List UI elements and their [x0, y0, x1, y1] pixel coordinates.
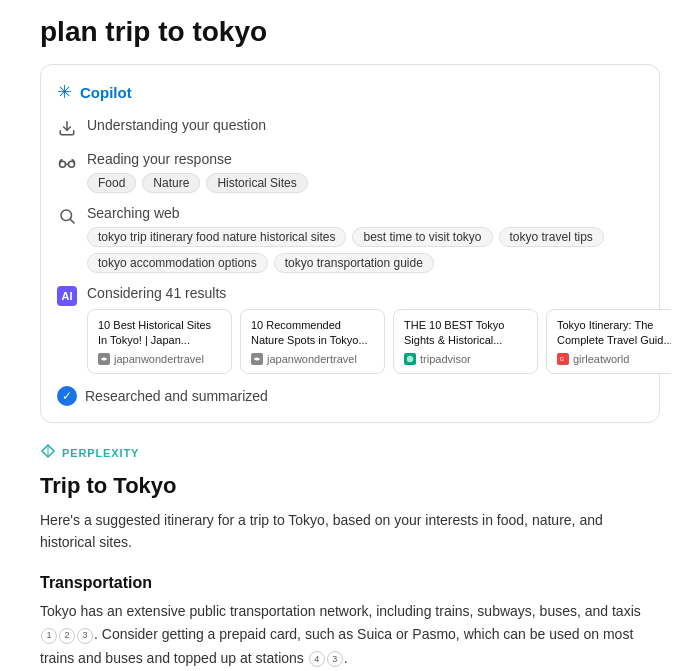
step-reading: Reading your response Food Nature Histor…	[57, 151, 643, 193]
tag-food: Food	[87, 173, 136, 193]
reading-tags: Food Nature Historical Sites	[87, 173, 643, 193]
source-favicon-0	[98, 353, 110, 365]
step-reading-label: Reading your response	[87, 151, 643, 167]
researched-row: ✓ Researched and summarized	[57, 386, 643, 406]
source-card-0[interactable]: 10 Best Historical Sites In Tokyo! | Jap…	[87, 309, 232, 374]
citation-3: 3	[77, 628, 93, 644]
considering-label: Considering 41 results	[87, 285, 671, 301]
source-title-0: 10 Best Historical Sites In Tokyo! | Jap…	[98, 318, 221, 349]
transport-text-1: Tokyo has an extensive public transporta…	[40, 603, 641, 619]
step-understanding-content: Understanding your question	[87, 117, 643, 139]
trip-title: Trip to Tokyo	[40, 473, 660, 499]
check-icon: ✓	[57, 386, 77, 406]
source-domain-1: japanwondertravel	[267, 353, 357, 365]
step-reading-content: Reading your response Food Nature Histor…	[87, 151, 643, 193]
source-card-1[interactable]: 10 Recommended Nature Spots in Tokyo... …	[240, 309, 385, 374]
source-favicon-1	[251, 353, 263, 365]
page-title: plan trip to tokyo	[40, 16, 660, 48]
tag-historical: Historical Sites	[206, 173, 307, 193]
source-title-3: Tokyo Itinerary: The Complete Travel Gui…	[557, 318, 671, 349]
source-domain-row-3: G girleatworld	[557, 353, 671, 365]
researched-text: Researched and summarized	[85, 388, 268, 404]
query-4: tokyo transportation guide	[274, 253, 434, 273]
transportation-section: Transportation Tokyo has an extensive pu…	[40, 574, 660, 671]
citation-1: 1	[41, 628, 57, 644]
transportation-text: Tokyo has an extensive public transporta…	[40, 600, 660, 671]
query-1: best time to visit tokyo	[352, 227, 492, 247]
step-considering-content: Considering 41 results 10 Best Historica…	[87, 285, 671, 374]
copilot-label: Copilot	[80, 84, 132, 101]
step-understanding: Understanding your question	[57, 117, 643, 139]
source-favicon-2	[404, 353, 416, 365]
source-title-2: THE 10 BEST Tokyo Sights & Historical...	[404, 318, 527, 349]
intro-text: Here's a suggested itinerary for a trip …	[40, 509, 660, 554]
svg-line-5	[70, 219, 74, 223]
step-searching-label: Searching web	[87, 205, 643, 221]
copilot-icon: ✳	[57, 81, 72, 103]
step-searching-content: Searching web tokyo trip itinerary food …	[87, 205, 643, 273]
sources-row: 10 Best Historical Sites In Tokyo! | Jap…	[87, 309, 671, 374]
source-domain-row-2: tripadvisor	[404, 353, 527, 365]
source-card-3[interactable]: Tokyo Itinerary: The Complete Travel Gui…	[546, 309, 671, 374]
source-domain-row-1: japanwondertravel	[251, 353, 374, 365]
step-searching: Searching web tokyo trip itinerary food …	[57, 205, 643, 273]
source-card-2[interactable]: THE 10 BEST Tokyo Sights & Historical...…	[393, 309, 538, 374]
query-0: tokyo trip itinerary food nature histori…	[87, 227, 346, 247]
perplexity-section: PERPLEXITY Trip to Tokyo Here's a sugges…	[40, 443, 660, 671]
search-icon	[57, 206, 77, 226]
source-domain-3: girleatworld	[573, 353, 629, 365]
citation-2: 2	[59, 628, 75, 644]
perplexity-icon	[40, 443, 56, 463]
transportation-title: Transportation	[40, 574, 660, 592]
tag-nature: Nature	[142, 173, 200, 193]
svg-point-4	[61, 210, 72, 221]
source-favicon-3: G	[557, 353, 569, 365]
citation-3b: 3	[327, 651, 343, 667]
svg-text:G: G	[560, 356, 564, 362]
source-domain-row-0: japanwondertravel	[98, 353, 221, 365]
transport-text-3: .	[344, 650, 348, 666]
query-2: tokyo travel tips	[499, 227, 604, 247]
ai-icon: AI	[57, 286, 77, 306]
step-considering: AI Considering 41 results 10 Best Histor…	[57, 285, 643, 374]
step-understanding-label: Understanding your question	[87, 117, 643, 133]
source-domain-0: japanwondertravel	[114, 353, 204, 365]
svg-point-6	[407, 356, 413, 362]
download-icon	[57, 118, 77, 138]
search-queries: tokyo trip itinerary food nature histori…	[87, 227, 643, 273]
perplexity-brand: PERPLEXITY	[40, 443, 660, 463]
copilot-header: ✳ Copilot	[57, 81, 643, 103]
source-title-1: 10 Recommended Nature Spots in Tokyo...	[251, 318, 374, 349]
copilot-card: ✳ Copilot Understanding your question	[40, 64, 660, 423]
source-domain-2: tripadvisor	[420, 353, 471, 365]
perplexity-label: PERPLEXITY	[62, 447, 139, 459]
glasses-icon	[57, 152, 77, 172]
query-3: tokyo accommodation options	[87, 253, 268, 273]
citation-4: 4	[309, 651, 325, 667]
